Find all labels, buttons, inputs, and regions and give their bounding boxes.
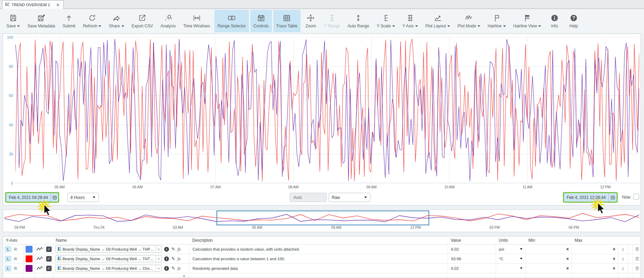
autorange-trace-button[interactable]: ↕	[618, 264, 628, 273]
right-axis-button[interactable]: R	[12, 256, 19, 262]
clear-min-icon[interactable]: ×	[566, 256, 571, 261]
range-selection-rectangle[interactable]	[216, 211, 429, 225]
auto-range-button[interactable]: Auto Range	[344, 10, 372, 32]
autorange-trace-button[interactable]: ↕	[618, 244, 628, 254]
submit-icon	[65, 14, 73, 22]
header-name: Name	[53, 238, 189, 243]
plot-mode-button[interactable]: Plot Mode	[455, 10, 483, 32]
trace-info-icon[interactable]: i	[164, 247, 169, 252]
analysis-button[interactable]: Analysis	[157, 10, 179, 32]
autorange-trace-button[interactable]: ↕	[618, 254, 628, 263]
units-select[interactable]: °C	[496, 254, 526, 263]
save-button[interactable]: Save	[3, 10, 23, 32]
chevron-down-icon	[520, 267, 523, 269]
function-icon[interactable]: fx	[178, 266, 181, 271]
clear-max-icon[interactable]: ×	[613, 256, 618, 261]
trace-info-icon[interactable]: i	[164, 256, 169, 261]
left-axis-button[interactable]: L	[5, 246, 11, 252]
y-range-button: Y Range	[321, 10, 343, 32]
time-windows-button[interactable]: Time Windows	[180, 10, 213, 32]
zoom-button[interactable]: Zoom	[302, 10, 320, 32]
remove-trace-icon[interactable]: ×	[156, 265, 161, 271]
share-button[interactable]: Share	[106, 10, 127, 32]
asset-icon	[57, 256, 61, 261]
y-scale-button[interactable]: Y Scale	[373, 10, 398, 32]
units-select[interactable]	[496, 264, 526, 273]
plot-layout-icon	[433, 14, 442, 22]
edit-trace-icon[interactable]: ✎	[171, 247, 175, 252]
line-style-icon[interactable]	[36, 256, 43, 261]
trace-info-icon[interactable]: i	[164, 266, 169, 271]
duration-select[interactable]: 8 Hours	[67, 193, 99, 202]
calendar-icon[interactable]	[51, 193, 58, 202]
left-axis-button[interactable]: L	[5, 265, 11, 271]
max-input[interactable]: ×	[572, 244, 618, 254]
help-button[interactable]: ? Help	[565, 10, 582, 32]
trace-value: 6.02	[448, 244, 496, 254]
hairline-view-button[interactable]: Hairline View	[510, 10, 544, 32]
sampling-select[interactable]: Raw	[329, 193, 370, 202]
trace-visible-checkbox[interactable]: ✓	[46, 256, 52, 262]
remove-trace-icon[interactable]: ×	[156, 246, 161, 252]
function-icon[interactable]: fx	[178, 247, 181, 252]
clear-min-icon[interactable]: ×	[566, 247, 571, 252]
line-style-icon[interactable]	[36, 247, 43, 251]
tab-title: TREND OVERVIEW 1	[12, 3, 54, 7]
hairline-flag-icon	[492, 14, 501, 22]
min-input[interactable]: ×	[526, 244, 572, 254]
right-axis-button[interactable]: R	[12, 246, 19, 252]
trace-color-swatch[interactable]	[26, 255, 32, 262]
trace-name: Beardy Display_Name → Oil Producing Well…	[63, 247, 154, 251]
clear-max-icon[interactable]: ×	[613, 247, 618, 252]
trace-row-empty	[3, 273, 641, 278]
trace-table-button[interactable]: Trace Table	[273, 10, 301, 32]
trace-tag-pill[interactable]: Beardy Display_Name → Oil Producing Well…	[55, 245, 162, 253]
trend-plot-area[interactable]	[15, 37, 639, 183]
start-time-input[interactable]: Feb 4, 2021 04:26:44	[5, 192, 59, 203]
min-input[interactable]: ×	[526, 254, 572, 263]
remove-trace-icon[interactable]: ×	[156, 255, 161, 262]
delete-trace-button[interactable]	[633, 264, 641, 273]
asset-icon	[57, 247, 61, 252]
y-axis-button[interactable]: Y Axis	[399, 10, 421, 32]
min-input[interactable]: ×	[526, 264, 572, 273]
line-style-icon[interactable]	[36, 266, 43, 270]
plot-layout-button[interactable]: Plot Layout	[422, 10, 453, 32]
trace-visible-checkbox[interactable]: ✓	[46, 247, 52, 252]
delete-trace-button[interactable]	[633, 244, 641, 254]
clear-min-icon[interactable]: ×	[566, 266, 571, 271]
clear-max-icon[interactable]: ×	[613, 266, 618, 271]
delete-trace-button[interactable]	[633, 254, 641, 263]
tab-close-icon[interactable]: ✕	[55, 2, 61, 8]
trend-plot-svg[interactable]	[15, 37, 639, 183]
submit-button[interactable]: Submit	[60, 10, 78, 32]
edit-trace-icon[interactable]: ✎	[171, 266, 175, 271]
add-trace-button[interactable]: +	[182, 273, 186, 278]
function-icon[interactable]: fx	[178, 256, 181, 262]
chevron-down-icon	[520, 258, 523, 260]
max-input[interactable]: ×	[572, 264, 618, 273]
trace-color-swatch[interactable]	[26, 246, 32, 253]
left-axis-button[interactable]: L	[5, 256, 11, 262]
now-checkbox[interactable]	[633, 194, 639, 200]
trace-tag-pill[interactable]: Beardy Display_Name → Oil Producing Well…	[55, 255, 162, 262]
right-axis-button[interactable]: R	[12, 265, 19, 271]
controls-button[interactable]: Controls	[250, 10, 272, 32]
export-csv-button[interactable]: Export CSV	[129, 10, 156, 32]
trace-visible-checkbox[interactable]: ✓	[46, 266, 52, 271]
units-select[interactable]: psi	[496, 244, 526, 254]
refresh-button[interactable]: Refresh	[80, 10, 104, 32]
calendar-icon[interactable]	[608, 193, 617, 202]
chevron-down-icon	[17, 25, 20, 27]
max-input[interactable]: ×	[572, 254, 618, 263]
duration-value: 8 Hours	[70, 195, 85, 200]
trace-tag-pill[interactable]: Beardy Display_Name → Oil Producing Well…	[55, 265, 162, 272]
tab-trend-overview[interactable]: TREND OVERVIEW 1 ✕	[2, 0, 64, 9]
end-time-input[interactable]: Feb 4, 2021 12:26:44	[563, 192, 618, 203]
range-selector-button[interactable]: Range Selector	[214, 10, 249, 32]
save-metadata-button[interactable]: Save Metadata	[24, 10, 58, 32]
trace-color-swatch[interactable]	[26, 265, 32, 272]
hairline-button[interactable]: Hairline	[485, 10, 509, 32]
info-button[interactable]: Info	[546, 10, 563, 32]
edit-trace-icon[interactable]: ✎	[171, 256, 175, 261]
